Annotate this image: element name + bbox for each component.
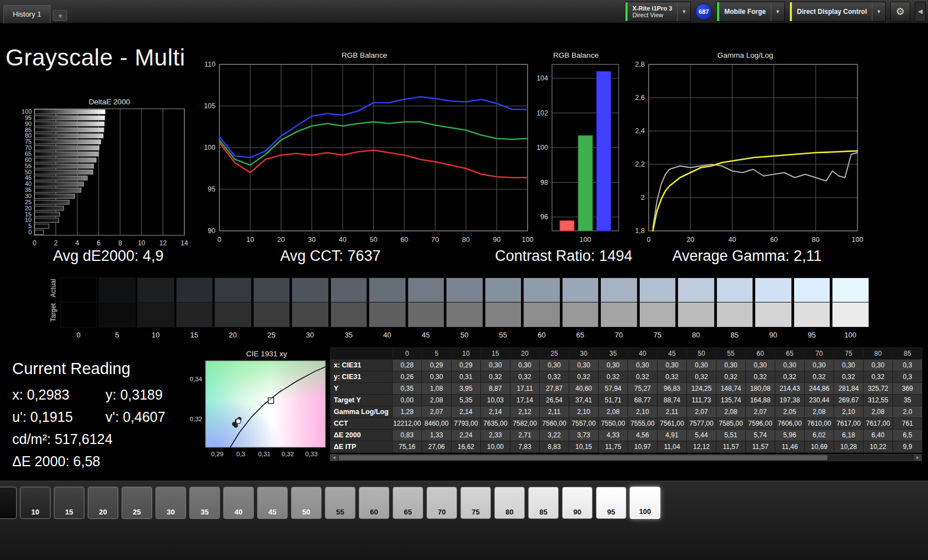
table-column-header: 75 bbox=[834, 348, 864, 360]
patch-button-15[interactable]: 15 bbox=[54, 487, 84, 519]
meter-name: X-Rite i1Pro 3 Direct View bbox=[628, 2, 678, 21]
gray-swatch-5: 5 bbox=[99, 278, 136, 339]
table-cell: 0,83 bbox=[393, 430, 422, 441]
table-cell: 0,29 bbox=[452, 360, 481, 371]
svg-text:0: 0 bbox=[647, 236, 651, 244]
chevron-down-icon[interactable]: ▼ bbox=[677, 2, 690, 21]
table-cell: 0,30 bbox=[422, 371, 452, 383]
svg-text:2,4: 2,4 bbox=[635, 127, 645, 135]
table-cell: 0,30 bbox=[540, 360, 569, 371]
table-header-row: 0510152025303540455055606570758085 bbox=[330, 348, 922, 360]
table-cell: 124,25 bbox=[687, 383, 716, 395]
chevron-down-icon[interactable]: ▼ bbox=[771, 2, 784, 21]
display-control-name: Direct Display Control bbox=[797, 8, 867, 16]
swatch-level-label: 55 bbox=[485, 331, 522, 339]
svg-text:0,32: 0,32 bbox=[282, 451, 294, 457]
deltae-bar-chart: 0246810121410095908580757065605550454035… bbox=[17, 107, 202, 250]
svg-text:2: 2 bbox=[641, 194, 645, 201]
patch-button-10[interactable]: 10 bbox=[20, 487, 51, 519]
swatch-level-label: 45 bbox=[408, 331, 445, 339]
table-cell: 7793,00 bbox=[452, 418, 481, 430]
gear-icon[interactable]: ⚙ bbox=[890, 2, 910, 22]
table-scrollbar[interactable]: ◄ ► bbox=[330, 454, 922, 461]
gray-swatch-85: 85 bbox=[716, 278, 754, 339]
tab-history-1[interactable]: History 1 bbox=[3, 5, 51, 23]
patch-button-90[interactable]: 90 bbox=[562, 487, 593, 519]
chevron-down-icon[interactable]: ▼ bbox=[872, 2, 885, 21]
table-cell: 0,32 bbox=[805, 371, 834, 383]
table-cell: 164,88 bbox=[746, 395, 775, 406]
cie-chart-block: CIE 1931 xy 0,290,30,310,320,330,320,34 bbox=[183, 350, 329, 467]
table-cell: 0,30 bbox=[775, 360, 805, 371]
table-cell: 214,43 bbox=[775, 383, 805, 395]
source-selector[interactable]: Mobile Forge ▼ bbox=[716, 2, 785, 22]
reading-u: u': 0,1915 bbox=[12, 409, 106, 425]
rgb-balance-bar-chart-block: RGB Balance 9698100102104100 bbox=[529, 51, 623, 249]
table-row: Gamma Log/Log1,282,072,142,142,122,112,1… bbox=[330, 406, 922, 418]
gray-swatch-70: 70 bbox=[600, 278, 638, 339]
actual-patch bbox=[716, 278, 754, 302]
meter-selector[interactable]: X-Rite i1Pro 3 Direct View ▼ bbox=[625, 2, 691, 22]
target-patch bbox=[678, 302, 715, 327]
patch-button-85[interactable]: 85 bbox=[528, 487, 559, 519]
patch-button-75[interactable]: 75 bbox=[460, 487, 491, 519]
patch-button-20[interactable]: 20 bbox=[88, 487, 118, 519]
table-cell: 5,96 bbox=[775, 430, 805, 441]
swatch-level-label: 50 bbox=[446, 331, 483, 339]
patch-button-45[interactable]: 45 bbox=[257, 487, 288, 519]
display-control-selector[interactable]: Direct Display Control ▼ bbox=[789, 2, 886, 22]
target-patch bbox=[60, 302, 97, 327]
patch-button-25[interactable]: 25 bbox=[122, 487, 152, 519]
patch-button-70[interactable]: 70 bbox=[427, 487, 457, 519]
measurement-table: 0510152025303540455055606570758085x: CIE… bbox=[330, 347, 922, 453]
table-cell: 0,00 bbox=[393, 395, 422, 406]
patch-button-60[interactable]: 60 bbox=[359, 487, 389, 519]
table-row-label: CCT bbox=[330, 418, 393, 430]
scroll-left-icon[interactable]: ◄ bbox=[330, 455, 338, 461]
collapse-panel-icon[interactable]: ◀ bbox=[915, 2, 926, 22]
patch-button-95[interactable]: 95 bbox=[596, 487, 626, 519]
patch-button-50[interactable]: 50 bbox=[291, 487, 322, 519]
target-patch bbox=[832, 302, 869, 327]
svg-text:50: 50 bbox=[370, 236, 378, 244]
table-cell: 0,30 bbox=[628, 360, 658, 371]
patch-button-clipped[interactable] bbox=[0, 487, 17, 519]
table-cell: 7617,00 bbox=[834, 418, 864, 430]
table-cell: 27,06 bbox=[422, 441, 452, 453]
table-cell: 2,11 bbox=[658, 406, 687, 418]
table-cell: 5,74 bbox=[746, 430, 775, 441]
target-patch bbox=[794, 302, 831, 327]
patch-button-40[interactable]: 40 bbox=[223, 487, 254, 519]
table-cell: 0,28 bbox=[393, 360, 422, 371]
table-cell: 2,0 bbox=[893, 406, 922, 418]
target-patch bbox=[485, 302, 522, 327]
page-title: Grayscale - Multi bbox=[6, 44, 185, 71]
swatch-level-label: 65 bbox=[562, 331, 599, 339]
table-cell: 17,11 bbox=[510, 383, 540, 395]
table-cell: 11,57 bbox=[716, 441, 746, 453]
patch-button-30[interactable]: 30 bbox=[155, 487, 186, 519]
avg-cct-stat: Avg CCT: 7637 bbox=[211, 248, 450, 265]
patch-button-100[interactable]: 100 bbox=[630, 487, 660, 519]
patch-button-35[interactable]: 35 bbox=[189, 487, 220, 519]
rgb-line-chart-title: RGB Balance bbox=[194, 51, 534, 60]
add-tab-button[interactable]: + bbox=[53, 10, 67, 21]
gray-swatch-95: 95 bbox=[794, 278, 831, 339]
actual-patch bbox=[292, 278, 329, 302]
table-cell: 2,12 bbox=[510, 406, 540, 418]
patch-button-80[interactable]: 80 bbox=[494, 487, 525, 519]
scroll-right-icon[interactable]: ► bbox=[914, 455, 921, 461]
svg-text:20: 20 bbox=[686, 236, 694, 244]
reading-de2000: ΔE 2000: 6,58 bbox=[12, 453, 101, 470]
table-column-header: 45 bbox=[658, 348, 687, 360]
table-cell: 0,3 bbox=[893, 360, 922, 371]
swatch-level-label: 10 bbox=[137, 331, 174, 339]
patch-button-55[interactable]: 55 bbox=[325, 487, 355, 519]
table-row: Target Y0,002,085,3510,0317,1426,5437,41… bbox=[330, 395, 922, 406]
scrollbar-thumb[interactable] bbox=[339, 455, 827, 460]
table-cell: 10,03 bbox=[481, 395, 510, 406]
meter-toolbar: X-Rite i1Pro 3 Direct View ▼ 687 Mobile … bbox=[625, 2, 928, 22]
patch-button-65[interactable]: 65 bbox=[393, 487, 423, 519]
actual-patch bbox=[562, 278, 599, 302]
table-cell: 5,44 bbox=[687, 430, 716, 441]
